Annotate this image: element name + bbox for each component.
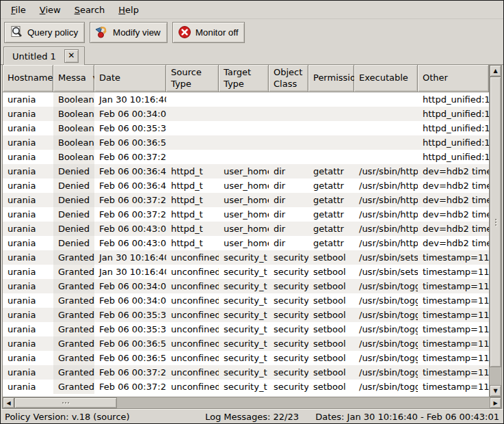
column-header-source-type[interactable]: Source Type <box>166 65 219 92</box>
table-row[interactable]: uraniaBooleanFeb 06 00:36:56httpd_unifie… <box>3 135 489 150</box>
query-policy-icon <box>9 25 24 40</box>
table-row[interactable]: uraniaGrantedFeb 06 00:36:56unconfined_s… <box>3 351 489 365</box>
cell-source-type: unconfined_ <box>166 250 219 265</box>
table-row[interactable]: uraniaGrantedFeb 06 00:37:25unconfined_s… <box>3 365 489 380</box>
cell-permission: setbool <box>308 336 354 351</box>
cell-executable: /usr/sbin/toggle <box>354 322 418 336</box>
column-header-message[interactable]: Messa▼ <box>53 65 94 92</box>
cell-other: dev=hdb2 timesta <box>418 236 489 250</box>
cell-hostname: urania <box>3 236 53 250</box>
cell-object-class: security <box>269 365 308 380</box>
cell-permission <box>308 92 354 107</box>
tab-close-icon[interactable]: ✕ <box>64 49 79 63</box>
cell-hostname: urania <box>3 336 53 351</box>
menu-file[interactable]: File <box>5 3 32 17</box>
log-view: Hostname Messa▼ Date Source Type Target … <box>2 65 502 409</box>
toolbar: Query policy Modify view Monitor off <box>1 19 503 45</box>
cell-hostname: urania <box>3 308 53 322</box>
cell-source-type: unconfined_ <box>166 293 219 308</box>
cell-other: dev=hdb2 timesta <box>418 193 489 207</box>
seaudit-window: File View Search Help Query policy <box>0 0 504 424</box>
table-row[interactable]: uraniaDeniedFeb 06 00:36:44httpd_tuser_h… <box>3 178 489 193</box>
table-row[interactable]: uraniaGrantedFeb 06 00:34:01unconfined_s… <box>3 279 489 293</box>
table-row[interactable]: uraniaGrantedFeb 06 00:36:56unconfined_s… <box>3 336 489 351</box>
vertical-scrollbar[interactable]: ▲ ▼ <box>489 65 501 397</box>
cell-message: Granted <box>53 380 94 394</box>
cell-object-class: security <box>269 351 308 365</box>
cell-message: Boolean <box>53 135 94 150</box>
vertical-scroll-thumb[interactable] <box>490 77 501 367</box>
scroll-left-icon[interactable]: ◀ <box>3 397 14 408</box>
column-header-hostname[interactable]: Hostname <box>3 65 53 92</box>
scroll-up-icon[interactable]: ▲ <box>490 65 501 77</box>
scroll-right-icon[interactable]: ▶ <box>490 397 501 408</box>
tab-label: Untitled 1 <box>12 51 56 62</box>
cell-target-type: security_t <box>219 293 269 308</box>
table-row[interactable]: uraniaBooleanFeb 06 00:35:35httpd_unifie… <box>3 121 489 135</box>
cell-executable: /usr/sbin/setseb <box>354 250 418 265</box>
cell-executable: /usr/sbin/httpd <box>354 178 418 193</box>
column-header-date[interactable]: Date <box>94 65 166 92</box>
cell-object-class: dir <box>269 193 308 207</box>
cell-message: Denied <box>53 164 94 178</box>
cell-date: Feb 06 00:34:01 <box>94 293 166 308</box>
cell-target-type: user_home_ <box>219 222 269 236</box>
column-header-other[interactable]: Other <box>418 65 489 92</box>
horizontal-scrollbar[interactable]: ◀ ▶ <box>3 397 501 408</box>
scroll-down-icon[interactable]: ▼ <box>490 385 501 397</box>
table-row[interactable]: uraniaGrantedFeb 06 00:37:25unconfined_s… <box>3 380 489 394</box>
cell-source-type: httpd_t <box>166 164 219 178</box>
cell-permission: setbool <box>308 293 354 308</box>
table-row[interactable]: uraniaDeniedFeb 06 00:43:01httpd_tuser_h… <box>3 222 489 236</box>
cell-date: Feb 06 00:36:56 <box>94 135 166 150</box>
table-row[interactable]: uraniaDeniedFeb 06 00:37:27httpd_tuser_h… <box>3 207 489 222</box>
table-row[interactable]: uraniaBooleanJan 30 10:16:40httpd_unifie… <box>3 92 489 107</box>
cell-other: timestamp=11076 <box>418 351 489 365</box>
table-row[interactable]: uraniaDeniedFeb 06 00:36:44httpd_tuser_h… <box>3 164 489 178</box>
cell-executable: /usr/sbin/httpd <box>354 222 418 236</box>
cell-permission: setbool <box>308 279 354 293</box>
cell-object-class: dir <box>269 222 308 236</box>
cell-executable: /usr/sbin/httpd <box>354 164 418 178</box>
query-policy-button[interactable]: Query policy <box>4 22 85 43</box>
table-row[interactable]: uraniaGrantedFeb 06 00:34:01unconfined_s… <box>3 293 489 308</box>
table-row[interactable]: uraniaBooleanFeb 06 00:37:25httpd_unifie… <box>3 150 489 164</box>
column-header-object-class[interactable]: Object Class <box>269 65 308 92</box>
cell-message: Granted <box>53 279 94 293</box>
table-row[interactable]: uraniaGrantedJan 30 10:16:40unconfined_s… <box>3 250 489 265</box>
cell-executable: /usr/sbin/httpd <box>354 207 418 222</box>
cell-date: Feb 06 00:36:56 <box>94 336 166 351</box>
table-row[interactable]: uraniaGrantedFeb 06 00:35:35unconfined_s… <box>3 308 489 322</box>
modify-view-button[interactable]: Modify view <box>90 22 168 43</box>
menu-help[interactable]: Help <box>112 3 145 17</box>
menu-search[interactable]: Search <box>68 3 111 17</box>
menu-view[interactable]: View <box>34 3 67 17</box>
cell-executable: /usr/sbin/toggle <box>354 365 418 380</box>
cell-target-type: security_t <box>219 380 269 394</box>
log-table: Hostname Messa▼ Date Source Type Target … <box>3 65 489 397</box>
column-header-target-type[interactable]: Target Type <box>219 65 269 92</box>
cell-hostname: urania <box>3 222 53 236</box>
cell-message: Boolean <box>53 92 94 107</box>
cell-object-class <box>269 135 308 150</box>
column-header-permission[interactable]: Permission <box>308 65 354 92</box>
table-row[interactable]: uraniaDeniedFeb 06 00:37:27httpd_tuser_h… <box>3 193 489 207</box>
cell-other: httpd_unified:1, h <box>418 92 489 107</box>
horizontal-scroll-thumb[interactable] <box>14 397 117 408</box>
cell-other: timestamp=11071 <box>418 250 489 265</box>
monitor-off-button[interactable]: Monitor off <box>172 22 246 43</box>
column-header-executable[interactable]: Executable <box>354 65 418 92</box>
cell-date: Feb 06 00:35:35 <box>94 121 166 135</box>
cell-message: Boolean <box>53 121 94 135</box>
cell-target-type: security_t <box>219 265 269 279</box>
cell-hostname: urania <box>3 92 53 107</box>
horizontal-scroll-track[interactable] <box>14 397 490 408</box>
table-row[interactable]: uraniaDeniedFeb 06 00:43:01httpd_tuser_h… <box>3 236 489 250</box>
vertical-scroll-track[interactable] <box>490 77 501 385</box>
thumb-grip <box>495 219 496 226</box>
tab-untitled-1[interactable]: Untitled 1 ✕ <box>3 47 85 65</box>
table-row[interactable]: uraniaBooleanFeb 06 00:34:01httpd_unifie… <box>3 107 489 121</box>
table-row[interactable]: uraniaGrantedFeb 06 00:35:35unconfined_s… <box>3 322 489 336</box>
table-row[interactable]: uraniaGrantedJan 30 10:16:40unconfined_s… <box>3 265 489 279</box>
cell-source-type: unconfined_ <box>166 322 219 336</box>
